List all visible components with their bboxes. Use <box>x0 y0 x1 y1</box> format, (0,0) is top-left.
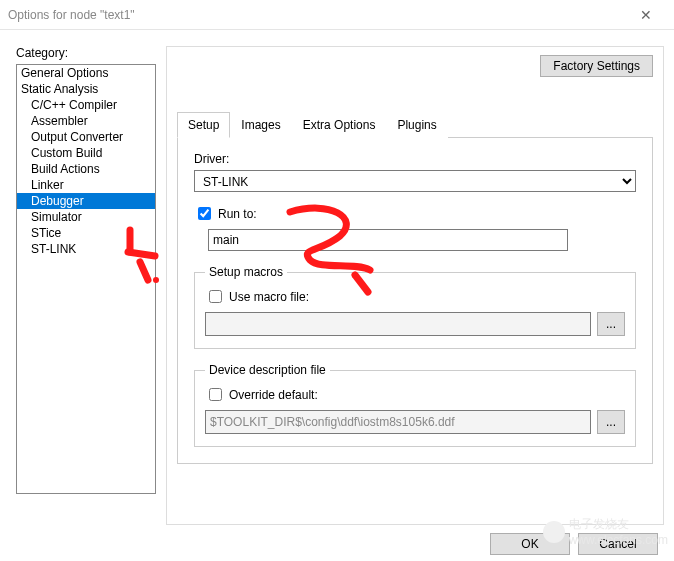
titlebar: Options for node "text1" ✕ <box>0 0 674 30</box>
tab-setup[interactable]: Setup <box>177 112 230 138</box>
category-item[interactable]: ST-LINK <box>17 241 155 257</box>
category-item[interactable]: Linker <box>17 177 155 193</box>
category-pane: Category: General OptionsStatic Analysis… <box>16 46 156 525</box>
watermark: 电子发烧友 www.elecfans.com <box>543 516 668 547</box>
macro-browse-button[interactable]: ... <box>597 312 625 336</box>
tab-plugins[interactable]: Plugins <box>386 112 447 138</box>
setup-macros-legend: Setup macros <box>205 265 287 279</box>
close-icon[interactable]: ✕ <box>626 7 666 23</box>
category-list[interactable]: General OptionsStatic AnalysisC/C++ Comp… <box>16 64 156 494</box>
override-default-checkbox[interactable] <box>209 388 222 401</box>
category-item[interactable]: Static Analysis <box>17 81 155 97</box>
driver-label: Driver: <box>194 152 636 166</box>
run-to-checkbox[interactable] <box>198 207 211 220</box>
ddf-group: Device description file Override default… <box>194 363 636 447</box>
run-to-input[interactable] <box>208 229 568 251</box>
use-macro-label: Use macro file: <box>229 290 309 304</box>
macro-file-input <box>205 312 591 336</box>
factory-settings-button[interactable]: Factory Settings <box>540 55 653 77</box>
category-item[interactable]: Debugger <box>17 193 155 209</box>
ddf-legend: Device description file <box>205 363 330 377</box>
override-default-label: Override default: <box>229 388 318 402</box>
category-item[interactable]: C/C++ Compiler <box>17 97 155 113</box>
ddf-browse-button[interactable]: ... <box>597 410 625 434</box>
category-item[interactable]: Build Actions <box>17 161 155 177</box>
options-panel: Factory Settings SetupImagesExtra Option… <box>166 46 664 525</box>
use-macro-checkbox[interactable] <box>209 290 222 303</box>
tab-extra-options[interactable]: Extra Options <box>292 112 387 138</box>
driver-select[interactable]: ST-LINK <box>194 170 636 192</box>
category-item[interactable]: Custom Build <box>17 145 155 161</box>
setup-macros-group: Setup macros Use macro file: ... <box>194 265 636 349</box>
ddf-path-input <box>205 410 591 434</box>
window-title: Options for node "text1" <box>8 8 626 22</box>
category-label: Category: <box>16 46 156 60</box>
category-item[interactable]: Simulator <box>17 209 155 225</box>
tab-images[interactable]: Images <box>230 112 291 138</box>
category-item[interactable]: Output Converter <box>17 129 155 145</box>
tab-bar: SetupImagesExtra OptionsPlugins <box>177 111 653 138</box>
category-item[interactable]: General Options <box>17 65 155 81</box>
run-to-label: Run to: <box>218 207 257 221</box>
category-item[interactable]: Assembler <box>17 113 155 129</box>
category-item[interactable]: STice <box>17 225 155 241</box>
tab-setup-panel: Driver: ST-LINK Run to: Setup macros Use… <box>177 138 653 464</box>
